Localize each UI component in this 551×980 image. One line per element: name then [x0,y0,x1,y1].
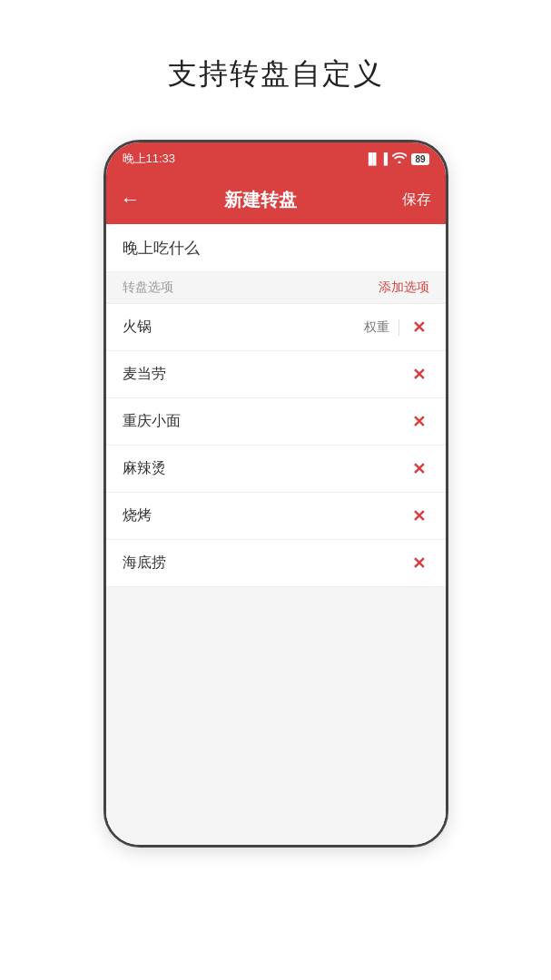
list-item: 麻辣烫 ✕ [106,446,446,493]
page-title: 支持转盘自定义 [168,54,384,94]
list-item: 重庆小面 ✕ [106,398,446,446]
item-name: 烧烤 [123,506,408,525]
weight-label: 权重 [364,319,399,336]
section-header: 转盘选项 添加选项 [106,272,446,304]
item-name: 麦当劳 [123,365,408,384]
save-button[interactable]: 保存 [402,191,431,210]
items-list: 火锅 权重 ✕ 麦当劳 ✕ 重庆小面 ✕ 麻辣烫 ✕ 烧烤 ✕ [106,304,446,587]
app-bar-title: 新建转盘 [155,188,366,212]
bottom-area [106,587,446,845]
list-item: 麦当劳 ✕ [106,351,446,398]
list-item: 烧烤 ✕ [106,493,446,540]
delete-button[interactable]: ✕ [408,456,429,483]
battery-icon: 89 [411,153,428,165]
delete-button[interactable]: ✕ [408,361,429,388]
signal-icon: ▐▌▐ [365,152,389,165]
back-button[interactable]: ← [121,190,141,210]
section-label: 转盘选项 [123,279,173,296]
item-name: 重庆小面 [123,412,408,431]
status-time: 晚上11:33 [123,151,176,167]
add-option-button[interactable]: 添加选项 [379,279,429,296]
list-item: 火锅 权重 ✕ [106,304,446,351]
status-icons: ▐▌▐ 89 [365,152,429,166]
title-input-row [106,224,446,272]
item-name: 火锅 [123,318,364,337]
item-name: 海底捞 [123,554,408,573]
wheel-title-input[interactable] [123,239,429,257]
delete-button[interactable]: ✕ [408,503,429,530]
wifi-icon [392,152,407,166]
item-name: 麻辣烫 [123,459,408,478]
delete-button[interactable]: ✕ [408,408,429,436]
delete-button[interactable]: ✕ [408,550,429,577]
app-bar: ← 新建转盘 保存 [106,175,446,224]
status-bar: 晚上11:33 ▐▌▐ 89 [106,142,446,175]
content-area: 转盘选项 添加选项 火锅 权重 ✕ 麦当劳 ✕ 重庆小面 ✕ 麻辣 [106,224,446,845]
phone-frame: 晚上11:33 ▐▌▐ 89 ← 新建转盘 保存 转盘选项 添加选项 [103,140,448,848]
delete-button[interactable]: ✕ [408,314,429,341]
list-item: 海底捞 ✕ [106,540,446,587]
